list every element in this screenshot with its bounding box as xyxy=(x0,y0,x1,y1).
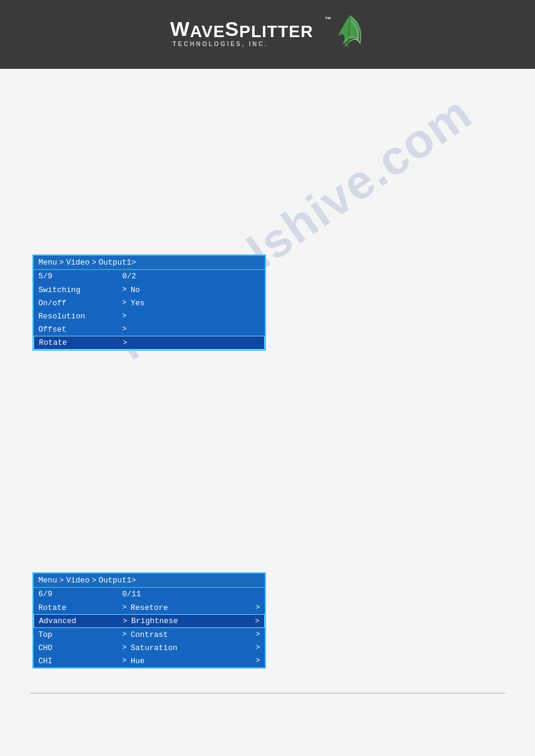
row-right-arrow-rotate-2: > xyxy=(252,603,260,612)
breadcrumb-output-1: Output1> xyxy=(99,258,136,267)
breadcrumb-menu-2: Menu xyxy=(38,576,57,585)
breadcrumb-sep1-1: > xyxy=(59,259,64,267)
breadcrumb-output-2: Output1> xyxy=(99,576,136,585)
breadcrumb-video-2: Video xyxy=(66,576,89,585)
menu-row-switching[interactable]: Switching > No xyxy=(34,283,265,296)
logo-container: WAVESPLITTER ™ TECHNOLOGIES, INC. xyxy=(170,13,365,56)
menu-panel-2: Menu > Video > Output1> 6/9 0/11 Rotate … xyxy=(32,572,266,669)
row-label-switching: Switching xyxy=(38,286,122,294)
row-value-cho: Saturation xyxy=(131,643,252,652)
svg-text:™: ™ xyxy=(325,16,333,23)
row-value-onoff: Yes xyxy=(131,299,260,308)
row-value-switching: No xyxy=(131,286,260,294)
breadcrumb-bar-2: Menu > Video > Output1> xyxy=(34,573,265,588)
breadcrumb-sep1-2: > xyxy=(59,576,64,585)
menu-row-onoff[interactable]: On/off > Yes xyxy=(34,296,265,309)
row-arrow-top: > xyxy=(122,630,131,639)
menu-row-chi[interactable]: CHI > Hue > xyxy=(34,654,265,667)
menu-row-rotate-1[interactable]: Rotate > xyxy=(34,336,265,350)
count-left-2: 6/9 xyxy=(38,590,122,599)
row-arrow-rotate-1: > xyxy=(123,339,131,347)
row-label-resolution: Resolution xyxy=(38,312,122,321)
menu-row-rotate-2[interactable]: Rotate > Resetore > xyxy=(34,601,265,614)
row-arrow-offset: > xyxy=(122,325,131,333)
row-label-advanced: Advanced xyxy=(39,617,123,626)
breadcrumb-sep2-1: > xyxy=(92,259,96,267)
row-value-advanced: Brightnese xyxy=(131,617,251,626)
row-value-top: Contrast xyxy=(131,630,252,639)
row-arrow-switching: > xyxy=(122,286,131,294)
logo-wrapper: WAVESPLITTER ™ TECHNOLOGIES, INC. xyxy=(170,13,338,56)
svg-text:WAVESPLITTER: WAVESPLITTER xyxy=(170,17,313,41)
row-arrow-resolution: > xyxy=(122,312,131,320)
header: WAVESPLITTER ™ TECHNOLOGIES, INC. xyxy=(0,0,535,69)
menu-panel-1: Menu > Video > Output1> 5/9 0/2 Switchin… xyxy=(32,254,266,351)
menu-row-offset[interactable]: Offset > xyxy=(34,323,265,336)
row-arrow-rotate-2: > xyxy=(122,603,131,612)
row-right-arrow-top: > xyxy=(252,630,260,639)
row-arrow-advanced: > xyxy=(123,617,131,626)
row-right-arrow-chi: > xyxy=(252,657,260,665)
menu-row-top[interactable]: Top > Contrast > xyxy=(34,628,265,641)
row-label-top: Top xyxy=(38,630,122,639)
row-label-offset: Offset xyxy=(38,325,122,334)
menu-row-resolution[interactable]: Resolution > xyxy=(34,309,265,323)
footer-divider xyxy=(30,693,505,694)
breadcrumb-menu-1: Menu xyxy=(38,258,57,267)
row-right-arrow-advanced: > xyxy=(251,617,259,626)
counter-row-2: 6/9 0/11 xyxy=(34,588,265,601)
count-left-1: 5/9 xyxy=(38,272,122,281)
counter-row-1: 5/9 0/2 xyxy=(34,270,265,283)
row-label-cho: CHO xyxy=(38,643,122,652)
row-right-arrow-cho: > xyxy=(252,643,260,652)
main-content: manualshive.com Menu > Video > Output1> … xyxy=(0,69,535,756)
count-right-1: 0/2 xyxy=(122,272,260,281)
breadcrumb-bar-1: Menu > Video > Output1> xyxy=(34,256,265,270)
row-arrow-onoff: > xyxy=(122,299,131,307)
row-arrow-chi: > xyxy=(122,657,131,665)
row-label-onoff: On/off xyxy=(38,299,122,308)
row-value-chi: Hue xyxy=(131,657,252,666)
menu-row-cho[interactable]: CHO > Saturation > xyxy=(34,641,265,654)
logo-svg: WAVESPLITTER ™ TECHNOLOGIES, INC. xyxy=(170,13,338,52)
svg-text:TECHNOLOGIES, INC.: TECHNOLOGIES, INC. xyxy=(173,41,268,47)
breadcrumb-video-1: Video xyxy=(66,258,89,267)
row-value-rotate-2: Resetore xyxy=(131,603,252,612)
row-label-chi: CHI xyxy=(38,657,122,666)
row-label-rotate-1: Rotate xyxy=(39,338,123,347)
logo-text: WAVESPLITTER ™ TECHNOLOGIES, INC. xyxy=(170,13,338,56)
row-label-rotate-2: Rotate xyxy=(38,603,122,612)
breadcrumb-sep2-2: > xyxy=(92,576,96,585)
menu-row-advanced[interactable]: Advanced > Brightnese > xyxy=(34,614,265,628)
row-arrow-cho: > xyxy=(122,643,131,652)
count-right-2: 0/11 xyxy=(122,590,260,599)
